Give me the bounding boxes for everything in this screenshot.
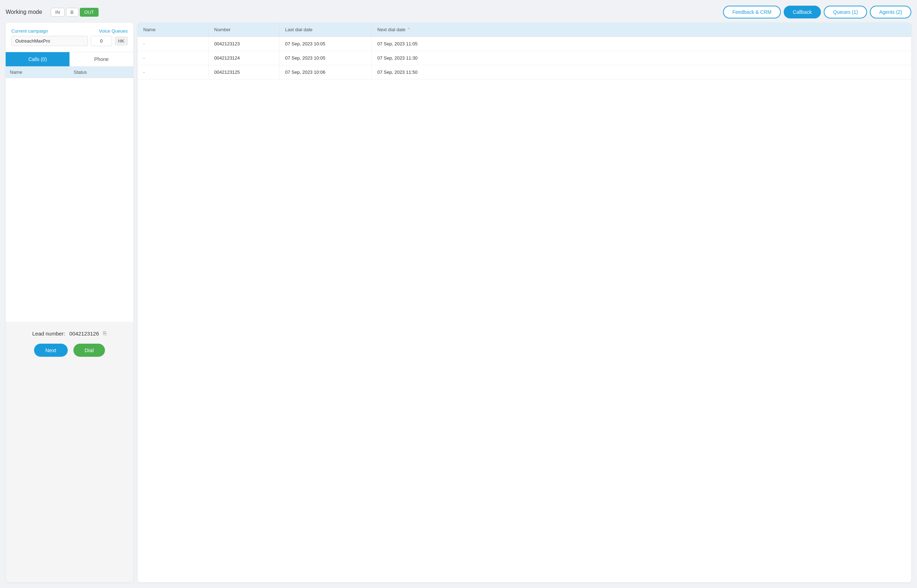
th-name: Name [137, 23, 208, 37]
hk-badge: HK [115, 37, 128, 45]
current-campaign-label: Current campaign [11, 28, 48, 34]
th-next-dial-date[interactable]: Next dial date ⌃ [371, 23, 911, 37]
mode-btn-out[interactable]: OUT [80, 8, 98, 17]
td-last-dial: 07 Sep, 2023 10:06 [279, 65, 371, 79]
th-last-dial-date: Last dial date [279, 23, 371, 37]
tab-phone[interactable]: Phone [69, 52, 133, 67]
mode-btn-b[interactable]: B [66, 8, 78, 17]
tab-feedback-crm[interactable]: Feedback & CRM [723, 6, 780, 18]
app-container: Working mode IN B OUT Feedback & CRM Cal… [0, 0, 917, 588]
voice-queues-label: Voice Queues [99, 28, 128, 34]
td-next-dial: 07 Sep, 2023 11:05 [371, 37, 911, 51]
td-next-dial: 07 Sep, 2023 11:50 [371, 65, 911, 79]
campaign-input[interactable] [11, 36, 88, 46]
mode-buttons: IN B OUT [51, 8, 98, 17]
table-row[interactable]: - 0042123123 07 Sep, 2023 10:05 07 Sep, … [137, 37, 911, 51]
queues-input[interactable] [91, 36, 112, 46]
td-name: - [137, 37, 208, 51]
main-content: Current campaign Voice Queues HK Calls (… [6, 23, 911, 582]
sort-desc-icon: ⌃ [407, 27, 410, 32]
working-mode-label: Working mode [6, 9, 42, 15]
calls-header: Name Status [6, 67, 133, 78]
action-buttons: Next Dial [34, 344, 105, 357]
calls-body [6, 78, 133, 321]
tab-queues[interactable]: Queues (1) [824, 6, 867, 18]
calls-tabs: Calls (0) Phone [6, 52, 133, 67]
campaign-row: HK [11, 36, 128, 46]
right-panel: Name Number Last dial date Next dial dat… [137, 23, 911, 582]
labels-row: Current campaign Voice Queues [11, 28, 128, 34]
th-number: Number [208, 23, 279, 37]
td-last-dial: 07 Sep, 2023 10:05 [279, 37, 371, 51]
nav-tabs: Feedback & CRM Callback Queues (1) Agent… [723, 6, 911, 18]
td-name: - [137, 65, 208, 79]
table-row[interactable]: - 0042123124 07 Sep, 2023 10:05 07 Sep, … [137, 51, 911, 65]
td-number: 0042123124 [208, 51, 279, 65]
bottom-section: Lead number: 0042123126 ⎘ Next Dial [6, 321, 133, 582]
next-button[interactable]: Next [34, 344, 68, 357]
td-number: 0042123123 [208, 37, 279, 51]
td-name: - [137, 51, 208, 65]
calls-name-header: Name [6, 67, 69, 78]
tab-agents[interactable]: Agents (2) [870, 6, 911, 18]
tab-callback[interactable]: Callback [784, 6, 821, 18]
mode-btn-in[interactable]: IN [51, 8, 65, 17]
left-panel: Current campaign Voice Queues HK Calls (… [6, 23, 133, 582]
table-row[interactable]: - 0042123125 07 Sep, 2023 10:06 07 Sep, … [137, 65, 911, 79]
td-next-dial: 07 Sep, 2023 11:30 [371, 51, 911, 65]
lead-value: 0042123126 [69, 331, 99, 336]
copy-icon[interactable]: ⎘ [103, 330, 107, 336]
td-last-dial: 07 Sep, 2023 10:05 [279, 51, 371, 65]
tab-calls[interactable]: Calls (0) [6, 52, 69, 67]
top-bar: Working mode IN B OUT Feedback & CRM Cal… [6, 6, 911, 18]
lead-number-row: Lead number: 0042123126 ⎘ [32, 330, 107, 336]
table-body: - 0042123123 07 Sep, 2023 10:05 07 Sep, … [137, 37, 911, 582]
campaign-section: Current campaign Voice Queues HK [6, 23, 133, 52]
lead-label: Lead number: [32, 331, 65, 336]
td-number: 0042123125 [208, 65, 279, 79]
calls-status-header: Status [69, 67, 133, 78]
table-header: Name Number Last dial date Next dial dat… [137, 23, 911, 37]
dial-button[interactable]: Dial [73, 344, 105, 357]
